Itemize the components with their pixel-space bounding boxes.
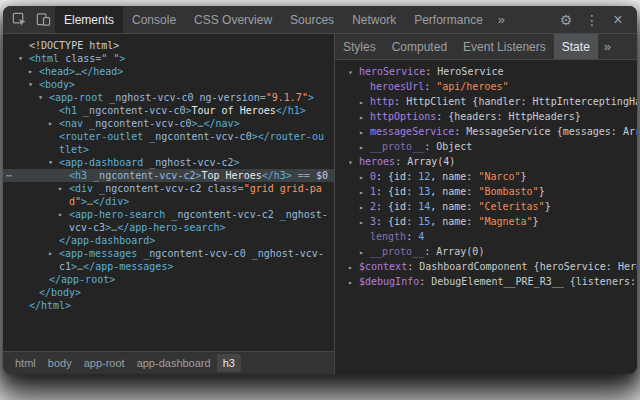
- row-overflow-dots-icon[interactable]: ⋯: [6, 169, 11, 182]
- state-property-row[interactable]: ▸messageService: MessageService {message…: [335, 124, 637, 139]
- tab-console[interactable]: Console: [123, 6, 185, 33]
- breadcrumb-item-app-dashboard[interactable]: app-dashboard: [131, 354, 217, 372]
- dom-tree-row[interactable]: ▸<div _ngcontent-vcv-c2 class="grid grid…: [3, 182, 334, 208]
- dom-tree-row[interactable]: <h1 _ngcontent-vcv-c0>Tour of Heroes</h1…: [3, 104, 334, 117]
- dom-tree-row[interactable]: ▸<app-messages _ngcontent-vcv-c0 _nghost…: [3, 247, 334, 273]
- disclosure-collapsed-icon[interactable]: ▸: [359, 95, 369, 109]
- dom-tree-row[interactable]: </app-root>: [3, 273, 334, 286]
- state-pane: ▾heroService: HeroServiceheroesUrl: "api…: [335, 60, 637, 374]
- disclosure-collapsed-icon[interactable]: ▸: [348, 260, 358, 274]
- disclosure-collapsed-icon[interactable]: ▸: [359, 215, 369, 229]
- state-property-row[interactable]: ▸2: {id: 14, name: "Celeritas"}: [335, 199, 637, 214]
- disclosure-collapsed-icon[interactable]: ▸: [359, 110, 369, 124]
- disclosure-expanded-icon[interactable]: ▾: [38, 91, 48, 104]
- disclosure-collapsed-icon[interactable]: ▸: [48, 247, 58, 260]
- tab-sources[interactable]: Sources: [281, 6, 343, 33]
- disclosure-collapsed-icon[interactable]: ▸: [58, 182, 68, 195]
- code-token: class: [65, 53, 95, 64]
- dom-tree-row[interactable]: </app-dashboard>: [3, 234, 334, 247]
- dom-tree-row[interactable]: ▸<nav _ngcontent-vcv-c0>…</nav>: [3, 117, 334, 130]
- devtools-tab-bar: ElementsConsoleCSS OverviewSourcesNetwor…: [55, 6, 492, 33]
- dom-tree-row[interactable]: ⋯<h3 _ngcontent-vcv-c2>Top Heroes</h3> =…: [3, 169, 334, 182]
- state-property-row[interactable]: ▸$debugInfo: DebugElement__PRE_R3__ {lis…: [335, 274, 637, 289]
- dom-tree-row[interactable]: ▾<app-root _nghost-vcv-c0 ng-version="9.…: [3, 91, 334, 104]
- code-token: http: [370, 96, 394, 107]
- dom-tree-row[interactable]: ▾<html class=" ">: [3, 52, 334, 65]
- code-token: >: [119, 53, 125, 64]
- dom-tree-row[interactable]: ▸<app-hero-search _ngcontent-vcv-c2 _ngh…: [3, 208, 334, 234]
- tab-css-overview[interactable]: CSS Overview: [185, 6, 281, 33]
- breadcrumb-item-body[interactable]: body: [42, 354, 78, 372]
- state-property-row[interactable]: ▸1: {id: 13, name: "Bombasto"}: [335, 184, 637, 199]
- sidebar-tab-computed[interactable]: Computed: [384, 34, 455, 59]
- dom-tree-row[interactable]: ▾<app-dashboard _nghost-vcv-c2>: [3, 156, 334, 169]
- sidebar-more-tabs-chevron-icon[interactable]: »: [598, 34, 617, 59]
- state-property-row[interactable]: heroesUrl: "api/heroes": [335, 79, 637, 94]
- state-property-row[interactable]: ▾heroes: Array(4): [335, 154, 637, 169]
- close-icon[interactable]: ×: [607, 12, 629, 28]
- code-token: , name:: [430, 171, 478, 182]
- code-token: MessageService {messages: Arra…}: [466, 126, 637, 137]
- devtools-main: <!DOCTYPE html>▾<html class=" ">▸<head>……: [3, 34, 637, 374]
- disclosure-expanded-icon[interactable]: ▾: [48, 156, 58, 169]
- dom-tree-row[interactable]: ▸<head>…</head>: [3, 65, 334, 78]
- disclosure-expanded-icon[interactable]: ▾: [348, 65, 358, 79]
- code-token: , name:: [430, 216, 478, 227]
- dom-tree-row[interactable]: </html>: [3, 299, 334, 312]
- breadcrumb-item-h3[interactable]: h3: [217, 354, 241, 372]
- device-toolbar-icon[interactable]: [31, 6, 55, 33]
- settings-gear-icon[interactable]: ⚙: [555, 13, 577, 27]
- dom-tree-row[interactable]: </body>: [3, 286, 334, 299]
- tab-performance[interactable]: Performance: [405, 6, 492, 33]
- inspect-element-icon[interactable]: [7, 6, 31, 33]
- state-property-row[interactable]: ▸$context: DashboardComponent {heroServi…: [335, 259, 637, 274]
- breadcrumb-item-app-root[interactable]: app-root: [78, 354, 131, 372]
- disclosure-collapsed-icon[interactable]: ▸: [359, 140, 369, 154]
- disclosure-collapsed-icon[interactable]: ▸: [348, 275, 358, 289]
- code-token: Top Heroes: [201, 170, 261, 181]
- tab-network[interactable]: Network: [343, 6, 405, 33]
- state-property-row[interactable]: ▸__proto__: Object: [335, 139, 637, 154]
- code-token: </h1>: [276, 105, 306, 116]
- code-token: Object: [436, 141, 472, 152]
- devtools-toolbar: ElementsConsoleCSS OverviewSourcesNetwor…: [3, 6, 637, 34]
- disclosure-expanded-icon[interactable]: ▾: [18, 52, 28, 65]
- dom-tree-row[interactable]: ▾<body>: [3, 78, 334, 91]
- state-property-row[interactable]: ▸0: {id: 12, name: "Narco"}: [335, 169, 637, 184]
- disclosure-collapsed-icon[interactable]: ▸: [48, 117, 58, 130]
- more-tabs-chevron-icon[interactable]: »: [492, 6, 511, 33]
- disclosure-collapsed-icon[interactable]: ▸: [359, 170, 369, 184]
- code-token: <head>: [39, 66, 75, 77]
- code-token: </h3>: [262, 170, 292, 181]
- disclosure-collapsed-icon[interactable]: ▸: [28, 65, 38, 78]
- code-token: :: [424, 141, 436, 152]
- kebab-menu-icon[interactable]: ⋮: [581, 13, 603, 27]
- breadcrumb-item-html[interactable]: html: [9, 354, 42, 372]
- state-property-row[interactable]: ▸__proto__: Array(0): [335, 244, 637, 259]
- code-token: }: [533, 216, 539, 227]
- disclosure-collapsed-icon[interactable]: ▸: [58, 208, 68, 221]
- code-token: httpOptions: [370, 111, 436, 122]
- disclosure-expanded-icon[interactable]: ▾: [28, 78, 38, 91]
- disclosure-collapsed-icon[interactable]: ▸: [359, 245, 369, 259]
- state-property-row[interactable]: ▸httpOptions: {headers: HttpHeaders}: [335, 109, 637, 124]
- code-token: 15: [418, 216, 430, 227]
- code-token: :: [419, 276, 431, 287]
- code-token: </app-messages>: [83, 261, 173, 272]
- sidebar-tab-event-listeners[interactable]: Event Listeners: [455, 34, 554, 59]
- state-property-row[interactable]: ▸http: HttpClient {handler: HttpIntercep…: [335, 94, 637, 109]
- disclosure-expanded-icon[interactable]: ▾: [348, 155, 358, 169]
- dom-tree-row[interactable]: <!DOCTYPE html>: [3, 39, 334, 52]
- state-property-row[interactable]: length: 4: [335, 229, 637, 244]
- code-token: $debugInfo: [359, 276, 419, 287]
- disclosure-collapsed-icon[interactable]: ▸: [359, 125, 369, 139]
- disclosure-collapsed-icon[interactable]: ▸: [359, 200, 369, 214]
- state-property-row[interactable]: ▾heroService: HeroService: [335, 64, 637, 79]
- code-token: Array(4): [407, 156, 455, 167]
- tab-elements[interactable]: Elements: [55, 6, 123, 33]
- sidebar-tab-state[interactable]: State: [554, 34, 598, 59]
- dom-tree-row[interactable]: <router-outlet _ngcontent-vcv-c0></route…: [3, 130, 334, 156]
- disclosure-collapsed-icon[interactable]: ▸: [359, 185, 369, 199]
- sidebar-tab-styles[interactable]: Styles: [335, 34, 384, 59]
- state-property-row[interactable]: ▸3: {id: 15, name: "Magneta"}: [335, 214, 637, 229]
